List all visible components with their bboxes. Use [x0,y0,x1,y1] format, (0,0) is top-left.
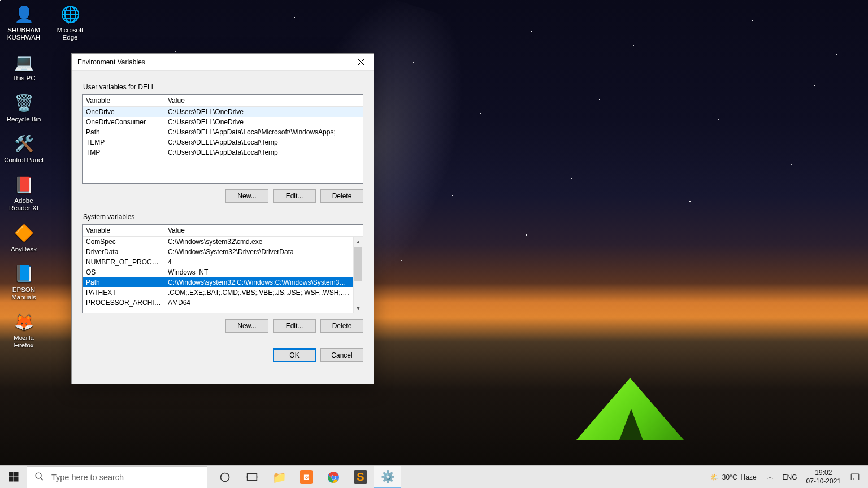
icon-label: Adobe [3,197,44,204]
weather-widget[interactable]: 🌤️ 30°C Haze [705,466,762,489]
col-value[interactable]: Value [164,95,363,106]
col-value[interactable]: Value [164,225,363,236]
svg-rect-0 [9,472,14,477]
file-explorer-icon[interactable]: 📁 [266,466,293,489]
icon-glyph: 🛠️ [13,133,34,155]
icon-label: Firefox [3,342,44,349]
table-row[interactable]: TMPC:\Users\DELL\AppData\Local\Temp [83,147,363,158]
col-variable[interactable]: Variable [83,225,164,236]
system-properties-icon[interactable]: ⚙️ [374,466,401,489]
table-row[interactable]: NUMBER_OF_PROCESSORS4 [83,257,353,267]
svg-rect-13 [851,474,859,480]
sys-new-button[interactable]: New... [225,319,268,333]
icon-glyph: 📕 [13,174,34,195]
icon-label: Recycle Bin [3,116,44,123]
search-box[interactable]: Type here to search [27,466,207,489]
table-row[interactable]: PathC:\Users\DELL\AppData\Local\Microsof… [83,127,363,137]
cancel-button[interactable]: Cancel [320,348,363,362]
user-new-button[interactable]: New... [225,189,268,203]
language-indicator[interactable]: ENG [778,466,802,489]
icon-label: Edge [50,34,90,41]
sys-delete-button[interactable]: Delete [320,319,363,333]
close-button[interactable] [348,54,374,71]
clock[interactable]: 19:02 07-10-2021 [802,466,845,489]
sys-vars-list[interactable]: Variable Value ComSpecC:\Windows\system3… [82,224,363,313]
icon-glyph: 🦊 [13,311,34,333]
desktop-icon[interactable]: 🗑️Recycle Bin [3,93,44,123]
desktop-icon[interactable]: 🛠️Control Panel [3,133,44,164]
cell-variable: OS [83,268,164,276]
desktop-icon[interactable]: 🦊MozillaFirefox [3,311,44,349]
weather-icon: 🌤️ [710,473,719,481]
cortana-icon[interactable] [211,466,238,489]
scroll-up-icon[interactable]: ▲ [354,237,363,246]
cell-value: .COM;.EXE;.BAT;.CMD;.VBS;.VBE;.JS;.JSE;.… [164,289,353,297]
chrome-icon[interactable] [320,466,347,489]
svg-rect-1 [14,472,19,477]
table-row[interactable]: TEMPC:\Users\DELL\AppData\Local\Temp [83,137,363,147]
notifications-icon[interactable] [845,466,865,489]
scroll-thumb[interactable] [354,247,362,281]
icon-label: This PC [3,75,44,82]
col-variable[interactable]: Variable [83,95,164,106]
cell-variable: Path [83,128,164,136]
sys-edit-button[interactable]: Edit... [273,319,316,333]
time: 19:02 [815,469,832,477]
svg-line-5 [41,478,43,480]
svg-rect-7 [248,474,257,481]
svg-point-12 [331,475,335,479]
scrollbar[interactable]: ▲ ▼ [353,237,363,313]
desktop-icon[interactable]: 👤SHUBHAMKUSHWAH [3,3,44,41]
user-edit-button[interactable]: Edit... [273,189,316,203]
desktop-icon[interactable]: 📕AdobeReader XI [3,174,44,212]
search-icon [34,472,44,483]
user-vars-list[interactable]: Variable Value OneDriveC:\Users\DELL\One… [82,94,363,184]
xampp-icon[interactable]: ⊠ [293,466,320,489]
list-header[interactable]: Variable Value [83,225,363,237]
cell-value: AMD64 [164,299,353,307]
cell-variable: Path [83,278,164,286]
svg-rect-3 [14,477,19,482]
cell-variable: DriverData [83,248,164,256]
cell-variable: OneDriveConsumer [83,118,164,126]
cell-variable: PROCESSOR_ARCHITECTU... [83,299,164,307]
table-row[interactable]: DriverDataC:\Windows\System32\Drivers\Dr… [83,247,353,257]
desktop-icon[interactable]: 💻This PC [3,51,44,82]
table-row[interactable]: PROCESSOR_ARCHITECTU...AMD64 [83,298,353,308]
dialog-title: Environment Variables [77,58,145,66]
icon-label: Manuals [3,294,44,301]
ok-button[interactable]: OK [273,348,316,362]
svg-point-4 [36,473,41,478]
table-row[interactable]: OneDriveConsumerC:\Users\DELL\OneDrive [83,117,363,127]
show-desktop-button[interactable] [865,466,868,489]
cell-variable: ComSpec [83,238,164,246]
desktop-icon[interactable]: 📘EPSONManuals [3,263,44,301]
icon-glyph: 📘 [13,263,34,285]
titlebar[interactable]: Environment Variables [72,54,374,71]
sublime-icon[interactable]: S [347,466,374,489]
list-header[interactable]: Variable Value [83,95,363,107]
task-view-icon[interactable] [238,466,266,489]
icon-label: AnyDesk [3,246,44,253]
cell-value: C:\Users\DELL\OneDrive [164,108,363,116]
user-delete-button[interactable]: Delete [320,189,363,203]
desktop-icon[interactable]: 🌐MicrosoftEdge [50,3,90,41]
table-row[interactable]: PATHEXT.COM;.EXE;.BAT;.CMD;.VBS;.VBE;.JS… [83,287,353,298]
icon-label: SHUBHAM [3,27,44,34]
icon-glyph: 🗑️ [13,93,34,114]
table-row[interactable]: ComSpecC:\Windows\system32\cmd.exe [83,237,353,247]
cell-value: C:\Windows\System32\Drivers\DriverData [164,248,353,256]
cell-variable: NUMBER_OF_PROCESSORS [83,258,164,266]
table-row[interactable]: PathC:\Windows\system32;C:\Windows;C:\Wi… [83,277,353,287]
icon-label: Microsoft [50,27,90,34]
desktop-icon[interactable]: 🔶AnyDesk [3,223,44,253]
weather-cond: Haze [741,473,757,481]
icon-glyph: 🌐 [59,3,81,25]
scroll-down-icon[interactable]: ▼ [354,303,363,313]
tray-chevron-icon[interactable]: ︿ [762,466,778,489]
table-row[interactable]: OneDriveC:\Users\DELL\OneDrive [83,107,363,117]
start-button[interactable] [0,466,27,489]
cell-value: C:\Users\DELL\AppData\Local\Temp [164,149,363,156]
cell-variable: TMP [83,149,164,156]
table-row[interactable]: OSWindows_NT [83,267,353,277]
